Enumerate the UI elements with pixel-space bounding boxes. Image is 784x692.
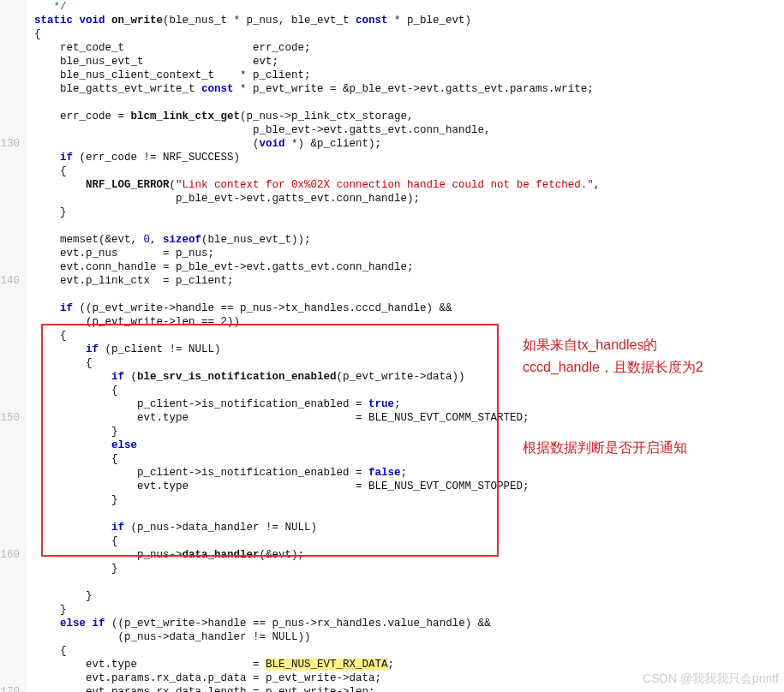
line-number: 150 bbox=[0, 411, 20, 425]
code-block: */ static void on_write(ble_nus_t * p_nu… bbox=[34, 0, 510, 692]
highlighted-constant: BLE_NUS_EVT_RX_DATA bbox=[266, 659, 388, 671]
watermark: CSDN @我我我只会printf bbox=[643, 671, 779, 687]
line-number: 140 bbox=[0, 274, 20, 288]
annotation-2: 根据数据判断是否开启通知 bbox=[523, 437, 687, 459]
line-number: 160 bbox=[0, 548, 20, 562]
annotation-1: 如果来自tx_handles的 cccd_handle，且数据长度为2 bbox=[523, 334, 703, 378]
line-number: 170 bbox=[0, 685, 20, 692]
line-number-gutter: 130 140 150 160 170 171 bbox=[0, 0, 26, 692]
line-number: 130 bbox=[0, 137, 20, 151]
